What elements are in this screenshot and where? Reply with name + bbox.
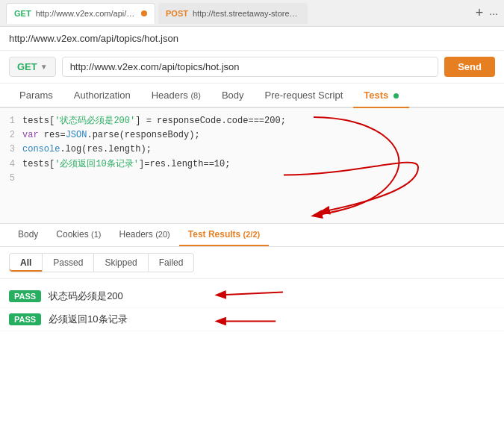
code-line-4: 4 tests['必须返回10条记录']=res.length==10; [0,157,504,172]
pass-badge-2: PASS [9,313,41,325]
filter-tabs: All Passed Skipped Failed [0,247,504,279]
line-num-5: 5 [0,172,22,186]
line-num-2: 2 [0,128,22,143]
tab-body[interactable]: Body [211,84,255,108]
line-content-3: console.log(res.length); [22,143,504,157]
tab-headers[interactable]: Headers (8) [141,84,211,108]
tab-get[interactable]: GET http://www.v2ex.com/api/topics/ [6,3,155,24]
method-arrow-icon: ▼ [40,63,48,71]
tab-authorization[interactable]: Authorization [63,84,141,108]
tab-method-post: POST [166,9,188,18]
line-num-3: 3 [0,143,22,157]
line-content-5 [22,172,504,186]
filter-tab-skipped[interactable]: Skipped [93,253,147,272]
filter-tab-all[interactable]: All [9,253,42,272]
bottom-section: Body Cookies (1) Headers (20) Test Resul… [0,224,504,337]
bottom-tab-test-results[interactable]: Test Results (2/2) [179,224,269,246]
tests-active-dot [393,93,399,98]
tab-params[interactable]: Params [9,84,63,108]
line-content-1: tests['状态码必须是200'] = responseCode.code==… [22,114,504,128]
tab-tests[interactable]: Tests [353,84,409,108]
request-bar: GET ▼ Send [0,51,504,84]
tab-method-get: GET [14,9,31,18]
tab-url-get: http://www.v2ex.com/api/topics/ [36,9,137,18]
bottom-tab-body[interactable]: Body [9,224,47,246]
more-tabs-button[interactable]: ··· [489,7,498,19]
pass-badge-1: PASS [9,290,41,302]
url-input[interactable] [62,57,439,77]
tab-dot-get [141,10,147,16]
filter-tab-passed[interactable]: Passed [42,253,93,272]
bottom-tab-cookies[interactable]: Cookies (1) [47,224,110,246]
code-line-3: 3 console.log(res.length); [0,143,504,157]
code-line-5: 5 [0,172,504,186]
tab-post[interactable]: POST http://test.streetaway-store-end.co [158,3,308,24]
code-line-2: 2 var res=JSON.parse(responseBody); [0,128,504,143]
code-line-1: 1 tests['状态码必须是200'] = responseCode.code… [0,114,504,128]
bottom-nav-tabs: Body Cookies (1) Headers (20) Test Resul… [0,224,504,247]
method-select[interactable]: GET ▼ [9,57,56,77]
line-num-4: 4 [0,157,22,172]
tab-prerequest[interactable]: Pre-request Script [255,84,354,108]
tab-bar: GET http://www.v2ex.com/api/topics/ POST… [0,0,504,27]
method-label: GET [17,61,37,72]
test-label-1: 状态码必须是200 [49,290,123,303]
line-content-4: tests['必须返回10条记录']=res.length==10; [22,157,504,172]
url-display: http://www.v2ex.com/api/topics/hot.json [9,33,178,44]
filter-tab-failed[interactable]: Failed [148,253,195,272]
test-result-1: PASS 状态码必须是200 [0,285,504,308]
send-button[interactable]: Send [444,57,495,77]
add-tab-button[interactable]: + [476,5,484,21]
code-editor[interactable]: 1 tests['状态码必须是200'] = responseCode.code… [0,108,504,224]
line-num-1: 1 [0,114,22,128]
test-label-2: 必须返回10条记录 [49,313,127,326]
bottom-tab-headers[interactable]: Headers (20) [111,224,179,246]
request-nav-tabs: Params Authorization Headers (8) Body Pr… [0,84,504,108]
url-display-section: http://www.v2ex.com/api/topics/hot.json [0,27,504,51]
line-content-2: var res=JSON.parse(responseBody); [22,128,504,143]
test-result-2: PASS 必须返回10条记录 [0,308,504,331]
test-results-list: PASS 状态码必须是200 PASS 必须返回10条记录 [0,279,504,337]
tab-url-post: http://test.streetaway-store-end.co [193,9,300,18]
tab-actions: + ··· [476,5,498,21]
